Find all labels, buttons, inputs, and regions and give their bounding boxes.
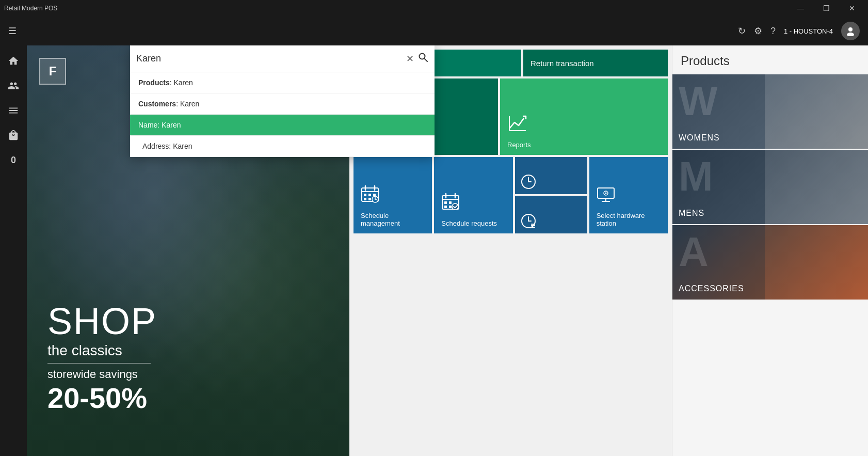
search-result-address[interactable]: Address: Karen [130,136,435,157]
search-products-bold: Products [138,78,170,87]
sidebar-item-zero[interactable]: 0 [2,149,25,171]
title-bar-controls: — ❐ ✕ [789,0,864,17]
reports-label: Reports [507,141,531,149]
help-icon[interactable]: ? [770,26,776,37]
hardware-station-icon [597,185,615,208]
schedule-requests-icon [441,193,460,215]
clock-tiles [515,157,587,233]
mens-image [765,150,868,224]
svg-rect-25 [449,201,452,204]
search-bar: ✕ [130,45,435,72]
title-bar-left: Retail Modern POS [4,5,57,12]
search-address-label: Address: Karen [142,142,192,150]
sidebar-item-menu[interactable] [2,99,25,122]
svg-rect-17 [364,198,366,200]
search-result-products[interactable]: Products: Karen [130,72,435,93]
return-transaction-label: Return transaction [531,59,594,68]
accessories-label: ACCESSORIES [679,284,744,293]
schedule-management-icon [361,185,379,208]
select-hardware-station-label: Select hardware station [597,212,661,227]
product-card-womens[interactable]: W WOMENS [672,74,868,149]
refresh-icon[interactable]: ↻ [738,25,746,37]
reports-icon [507,112,528,137]
search-clear-icon[interactable]: ✕ [406,53,414,65]
main-content: F SHOP the classics storewide savings 20… [27,45,868,456]
womens-image [765,74,868,149]
search-submit-icon[interactable] [418,52,428,65]
svg-point-28 [452,203,458,210]
reports-tile[interactable]: Reports [500,78,668,155]
content-area: 0 F SHOP the classics storewide savings [0,45,868,456]
restore-button[interactable]: ❐ [814,0,838,17]
search-container: ✕ Products: Karen Cus [130,45,435,157]
return-transaction-tile[interactable]: Return transaction [523,50,668,76]
top-nav-left: ☰ [8,25,17,37]
sidebar: 0 [0,45,27,456]
accessories-letter: A [679,231,709,273]
products-title: Products [672,54,868,74]
svg-rect-27 [449,206,452,208]
store-info: 1 - HOUSTON-4 [784,27,833,35]
search-results: Products: Karen Customers: Karen Name: K… [130,72,435,157]
schedule-management-label: Schedule management [361,212,425,227]
avatar[interactable] [841,22,860,40]
womens-letter: W [679,81,718,122]
hero-divider [47,363,151,364]
schedule-row: Schedule management [353,157,668,233]
sidebar-item-home[interactable] [2,50,25,72]
svg-line-40 [424,58,427,61]
app-title: Retail Modern POS [4,5,57,12]
select-hardware-station-tile[interactable]: Select hardware station [589,157,668,233]
title-bar: Retail Modern POS — ❐ ✕ [0,0,868,17]
schedule-management-tile[interactable]: Schedule management [353,157,432,233]
hero-badge: F [39,58,66,85]
schedule-requests-label: Schedule requests [441,219,497,227]
search-input[interactable] [136,53,406,64]
settings-icon[interactable]: ⚙ [754,25,762,37]
svg-rect-15 [368,194,371,196]
sidebar-item-customers[interactable] [2,74,25,97]
top-nav: ☰ ↻ ⚙ ? 1 - HOUSTON-4 [0,17,868,45]
svg-rect-26 [444,206,447,208]
sidebar-item-orders[interactable] [2,124,25,147]
hero-text: SHOP the classics storewide savings 20-5… [47,300,157,415]
svg-rect-18 [368,198,371,200]
search-customers-rest: : Karen [176,100,199,108]
accessories-image [765,225,868,300]
search-customers-bold: Customers [138,100,176,108]
search-name-label: Name: Karen [138,121,181,129]
clock-in-tile[interactable] [515,157,587,194]
search-result-name[interactable]: Name: Karen [130,115,435,136]
schedule-requests-tile[interactable]: Schedule requests [434,157,512,233]
search-products-rest: : Karen [170,78,193,87]
svg-point-38 [605,193,606,194]
hero-classics-text: the classics [47,342,157,359]
hero-discount-text: 20-50% [47,381,157,415]
mens-letter: M [679,156,713,197]
womens-label: WOMENS [679,133,720,143]
product-card-mens[interactable]: M MENS [672,150,868,224]
svg-rect-16 [373,194,376,196]
sidebar-zero-label: 0 [11,155,16,166]
product-card-accessories[interactable]: A ACCESSORIES [672,225,868,300]
close-button[interactable]: ✕ [840,0,864,17]
minimize-button[interactable]: — [789,0,812,17]
svg-rect-14 [364,194,366,196]
clock-out-tile[interactable] [515,196,587,233]
hamburger-menu-icon[interactable]: ☰ [8,25,17,37]
svg-rect-24 [444,201,447,204]
svg-point-0 [848,27,853,32]
svg-point-1 [847,33,854,36]
app: ☰ ↻ ⚙ ? 1 - HOUSTON-4 [0,17,868,456]
hero-shop-text: SHOP [47,300,157,342]
hero-savings-text: storewide savings [47,368,157,381]
mens-label: MENS [679,209,704,218]
search-result-customers[interactable]: Customers: Karen [130,93,435,115]
products-panel: Products W WOMENS M MENS A ACCESSORIES [672,45,868,456]
top-nav-right: ↻ ⚙ ? 1 - HOUSTON-4 [738,22,860,40]
